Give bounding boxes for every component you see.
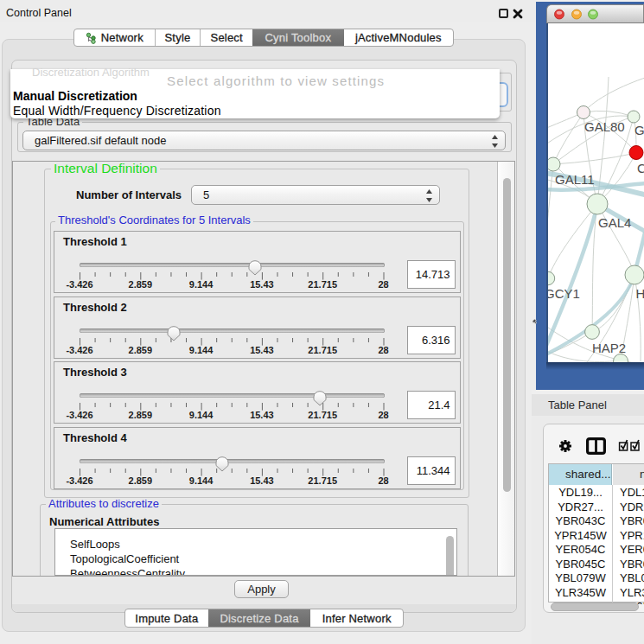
svg-text:HAP2: HAP2 — [592, 341, 626, 355]
svg-text:GCY1: GCY1 — [548, 286, 580, 301]
svg-text:GA: GA — [634, 123, 644, 137]
svg-text:CD: CD — [637, 161, 644, 175]
svg-text:GAL11: GAL11 — [555, 172, 595, 187]
svg-text:GAL4: GAL4 — [598, 215, 631, 230]
svg-text:H: H — [636, 286, 644, 301]
svg-text:GAL80: GAL80 — [584, 119, 625, 134]
